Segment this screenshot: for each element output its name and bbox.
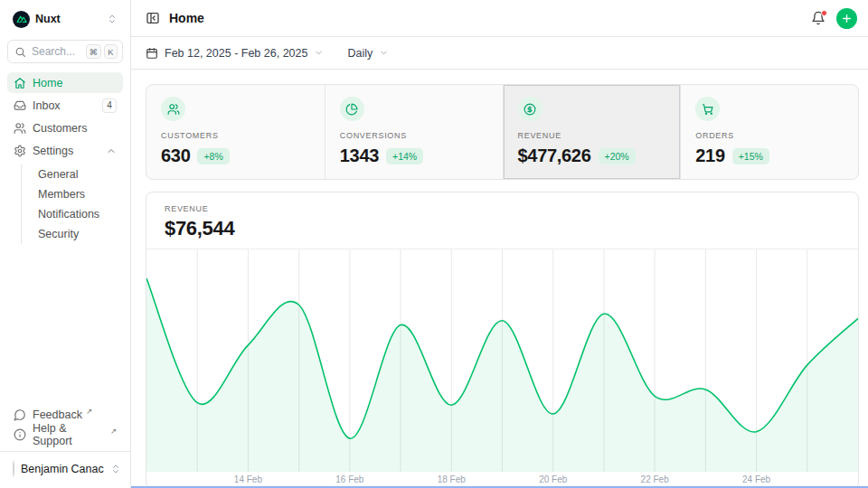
x-axis-label: 22 Feb	[641, 474, 669, 484]
stat-value: 219	[695, 145, 724, 166]
collapse-sidebar-icon[interactable]	[146, 11, 160, 25]
x-axis-label: 16 Feb	[335, 474, 363, 484]
help-support-link[interactable]: Help & Support ↗	[7, 425, 123, 445]
filter-bar: Feb 12, 2025 - Feb 26, 2025 Daily	[131, 37, 868, 70]
sidebar-item-members[interactable]: Members	[33, 184, 123, 204]
kbd-cmd: ⌘	[86, 44, 102, 59]
stat-card-revenue[interactable]: REVENUE $477,626 +20%	[503, 85, 681, 179]
settings-submenu: General Members Notifications Security	[21, 164, 123, 244]
stat-card-conversions[interactable]: CONVERSIONS 1343 +14%	[325, 85, 503, 179]
user-name: Benjamin Canac	[21, 463, 104, 475]
stat-delta-badge: +8%	[197, 148, 229, 164]
users-icon	[14, 122, 26, 135]
notification-dot	[821, 10, 827, 16]
search-input[interactable]: Search... ⌘ K	[7, 40, 123, 63]
dashboard-app: Nuxt Search... ⌘ K Home	[0, 0, 868, 488]
chevron-up-icon	[106, 145, 117, 156]
calendar-icon	[146, 47, 158, 60]
users-icon	[161, 97, 185, 121]
x-axis-label: 14 Feb	[234, 474, 262, 484]
inbox-icon	[14, 99, 26, 112]
stat-delta-badge: +15%	[732, 148, 769, 164]
revenue-area-chart[interactable]	[146, 249, 858, 472]
main-panel: Home Feb 12, 2025 - Feb 26, 2025	[131, 0, 868, 488]
sidebar-item-customers[interactable]: Customers	[7, 117, 123, 138]
date-range-value: Feb 12, 2025 - Feb 26, 2025	[165, 47, 307, 60]
revenue-chart-card: REVENUE $76,544 14 Feb16 Feb18 Feb20 Feb…	[146, 192, 859, 488]
notifications-button[interactable]	[811, 11, 826, 25]
chevron-down-icon	[314, 48, 324, 58]
stat-card-customers[interactable]: CUSTOMERS 630 +8%	[146, 85, 325, 179]
date-range-picker[interactable]: Feb 12, 2025 - Feb 26, 2025	[146, 47, 324, 60]
content-area: CUSTOMERS 630 +8% CONVERSIONS 1343 +14%	[131, 70, 868, 488]
top-bar: Home	[131, 0, 868, 37]
workspace-name: Nuxt	[35, 13, 101, 25]
sidebar-nav: Home Inbox 4 Customers Settings	[7, 72, 123, 246]
stat-delta-badge: +20%	[599, 148, 636, 164]
gear-icon	[14, 145, 26, 157]
pie-chart-icon	[340, 97, 364, 121]
workspace-switcher[interactable]: Nuxt	[7, 7, 123, 31]
sidebar-item-general[interactable]: General	[33, 164, 123, 184]
sidebar-item-notifications[interactable]: Notifications	[33, 204, 123, 224]
sidebar-item-home[interactable]: Home	[7, 72, 123, 93]
page-title: Home	[169, 11, 204, 25]
chevrons-up-down-icon	[107, 14, 118, 24]
info-circle-icon	[14, 428, 26, 441]
x-axis-label: 18 Feb	[438, 474, 466, 484]
chevrons-up-down-icon	[110, 464, 121, 474]
stat-label: ORDERS	[695, 131, 844, 140]
sidebar-item-security[interactable]: Security	[33, 224, 123, 244]
stat-label: CUSTOMERS	[161, 131, 310, 140]
home-icon	[14, 77, 26, 89]
inbox-count-badge: 4	[102, 99, 117, 113]
stat-label: CONVERSIONS	[340, 131, 488, 140]
user-menu[interactable]: Benjamin Canac	[7, 452, 123, 481]
stat-value: $477,626	[518, 145, 591, 166]
search-kbd-shortcut: ⌘ K	[86, 44, 118, 59]
x-axis-label: 20 Feb	[539, 474, 567, 484]
chart-label: REVENUE	[165, 204, 840, 213]
stat-delta-badge: +14%	[386, 148, 423, 164]
stat-value: 1343	[340, 145, 379, 166]
cart-icon	[695, 97, 720, 121]
chevron-down-icon	[379, 48, 389, 58]
message-circle-icon	[14, 408, 26, 421]
stats-row: CUSTOMERS 630 +8% CONVERSIONS 1343 +14%	[146, 84, 859, 180]
granularity-select[interactable]: Daily	[347, 47, 389, 60]
sidebar-item-settings[interactable]: Settings	[7, 140, 123, 161]
stat-card-orders[interactable]: ORDERS 219 +15%	[680, 85, 858, 179]
user-avatar	[13, 460, 14, 477]
stat-value: 630	[161, 145, 190, 166]
add-button[interactable]	[836, 8, 857, 29]
kbd-k: K	[104, 44, 118, 59]
search-placeholder: Search...	[32, 45, 80, 58]
external-link-icon: ↗	[110, 427, 117, 436]
sidebar-item-inbox[interactable]: Inbox 4	[7, 95, 123, 116]
x-axis-label: 24 Feb	[742, 474, 770, 484]
nuxt-logo-icon	[13, 11, 30, 28]
external-link-icon: ↗	[86, 407, 92, 416]
stat-label: REVENUE	[518, 131, 666, 140]
chart-value: $76,544	[165, 217, 840, 240]
sidebar: Nuxt Search... ⌘ K Home	[0, 0, 131, 488]
search-icon	[14, 46, 26, 58]
dollar-circle-icon	[518, 97, 542, 121]
granularity-value: Daily	[347, 47, 373, 60]
